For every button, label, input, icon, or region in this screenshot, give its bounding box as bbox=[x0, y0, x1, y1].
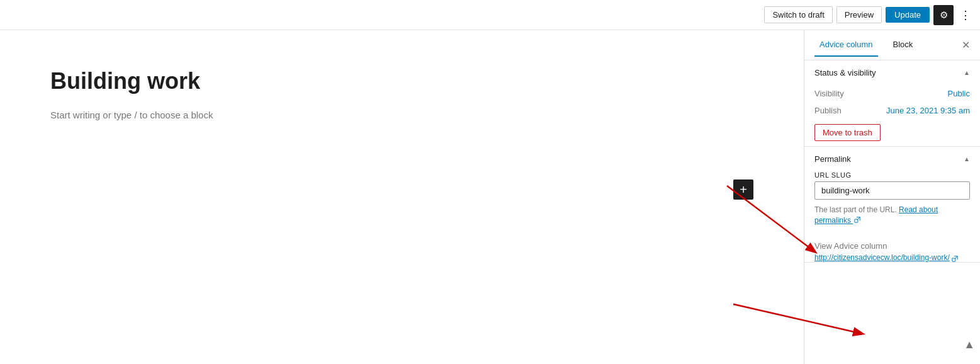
external-link-icon-url bbox=[952, 256, 958, 262]
sidebar-header: Advice column Block ✕ bbox=[804, 30, 980, 60]
publish-value[interactable]: June 23, 2021 9:35 am bbox=[886, 106, 970, 115]
editor-sidebar: Advice column Block ✕ Status & visibilit… bbox=[804, 30, 980, 364]
editor-main: Building work Start writing or type / to… bbox=[0, 30, 804, 364]
settings-button[interactable]: ⚙ bbox=[933, 5, 954, 25]
top-bar-actions: Switch to draft Preview Update ⚙ ⋮ bbox=[764, 5, 974, 25]
visibility-value[interactable]: Public bbox=[948, 89, 970, 98]
publish-label: Publish bbox=[814, 106, 842, 115]
post-title[interactable]: Building work bbox=[50, 68, 753, 94]
scroll-down-indicator[interactable]: ▲ bbox=[964, 338, 975, 351]
view-advice-label: View Advice column bbox=[804, 241, 980, 251]
switch-to-draft-button[interactable]: Switch to draft bbox=[764, 6, 832, 23]
permalink-content: URL Slug The last part of the URL. Read … bbox=[804, 171, 980, 241]
more-options-button[interactable]: ⋮ bbox=[957, 6, 974, 25]
block-placeholder[interactable]: Start writing or type / to choose a bloc… bbox=[50, 110, 753, 120]
url-slug-input[interactable] bbox=[814, 181, 970, 200]
permalink-section: Permalink ▲ URL Slug The last part of th… bbox=[804, 147, 980, 263]
sidebar-close-button[interactable]: ✕ bbox=[962, 39, 970, 51]
permalink-section-header[interactable]: Permalink ▲ bbox=[804, 147, 980, 171]
status-section-label: Status & visibility bbox=[814, 68, 876, 77]
move-to-trash-button[interactable]: Move to trash bbox=[814, 124, 881, 141]
gear-icon: ⚙ bbox=[940, 9, 948, 21]
chevron-up-icon: ▲ bbox=[964, 69, 970, 76]
more-icon: ⋮ bbox=[960, 8, 971, 22]
status-visibility-section: Status & visibility ▲ Visibility Public … bbox=[804, 60, 980, 147]
visibility-row: Visibility Public bbox=[804, 85, 980, 102]
preview-button[interactable]: Preview bbox=[836, 6, 882, 23]
editor-layout: Building work Start writing or type / to… bbox=[0, 30, 980, 364]
help-text-prefix: The last part of the URL. bbox=[814, 205, 897, 214]
visibility-label: Visibility bbox=[814, 89, 844, 98]
permalink-chevron-up-icon: ▲ bbox=[964, 156, 970, 162]
top-bar: Switch to draft Preview Update ⚙ ⋮ bbox=[0, 0, 980, 30]
view-advice-url[interactable]: http://citizensadvicecw.loc/building-wor… bbox=[804, 253, 980, 262]
status-section-header[interactable]: Status & visibility ▲ bbox=[804, 60, 980, 85]
add-block-button[interactable]: + bbox=[733, 179, 753, 200]
update-button[interactable]: Update bbox=[886, 7, 930, 23]
permalink-section-label: Permalink bbox=[814, 154, 851, 164]
external-link-icon bbox=[854, 217, 860, 223]
url-slug-label: URL Slug bbox=[814, 171, 970, 179]
tab-block[interactable]: Block bbox=[888, 33, 918, 57]
tab-advice-column[interactable]: Advice column bbox=[814, 33, 878, 57]
publish-row: Publish June 23, 2021 9:35 am bbox=[804, 102, 980, 119]
help-text: The last part of the URL. Read about per… bbox=[814, 205, 970, 226]
